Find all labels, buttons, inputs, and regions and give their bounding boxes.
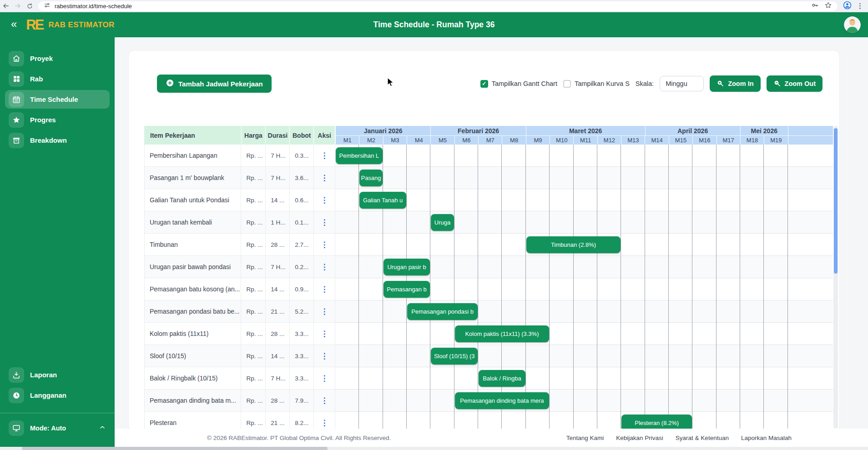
gantt-bar[interactable]: Balok / Ringba [479,370,525,387]
row-actions-button[interactable]: ⋮ [321,263,328,271]
download-icon [9,367,24,383]
gantt-row [335,412,833,431]
cell-harga: Rp. ... [241,189,266,211]
sidebar-divider [0,413,115,413]
sidebar-item-langganan[interactable]: Langganan [5,386,110,405]
week-header-m8: M8 [502,136,525,145]
cell-bobot: 0.6... [290,189,314,211]
footer-link-kebijakan-privasi[interactable]: Kebijakan Privasi [616,435,663,441]
month-header-mei-2026: Mei 2026 [740,126,788,135]
forward-icon[interactable] [12,2,24,10]
cell-durasi: 28 ... [266,323,290,345]
row-actions-button[interactable]: ⋮ [321,174,328,182]
row-actions-button[interactable]: ⋮ [321,241,328,249]
table-row: Pembersihan LapanganRp. ...7 H...0.3...⋮ [145,145,335,167]
table-row: TimbunanRp. ...28 ...2.7...⋮ [145,234,335,256]
sidebar-item-laporan[interactable]: Laporan [5,365,110,384]
back-icon[interactable] [0,2,12,10]
gantt-row [335,211,833,234]
month-header-februari-2026: Februari 2026 [430,126,525,135]
cell-bobot: 5.2... [290,300,314,322]
table-row: Pemasangan batu kosong (an...Rp. ...14 .… [145,278,335,300]
cell-bobot: 2.7... [290,234,314,255]
mode-toggle[interactable]: Mode: Auto [5,419,110,437]
zoom-in-label: Zoom In [728,80,753,87]
month-header-januari-2026: Januari 2026 [335,126,430,135]
row-actions-button[interactable]: ⋮ [321,419,328,427]
cell-harga: Rp. ... [241,390,266,411]
cell-durasi: 1 H... [266,211,290,233]
horizontal-scrollbar-thumb[interactable] [22,447,328,450]
zoom-in-icon [717,80,724,88]
zoom-out-icon [773,80,781,88]
gantt-checkbox-label: Tampilkan Gantt Chart [492,80,557,87]
column-header-harga: Harga [242,126,266,145]
cell-item: Plesteran [145,412,241,431]
browser-menu-icon[interactable]: ⋮ [857,2,863,10]
sidebar-item-proyek[interactable]: Proyek [5,49,110,68]
table-row: Galian Tanah untuk PondasiRp. ...14 ...0… [145,189,335,211]
gantt-bar[interactable]: Pembersihan L [336,147,383,164]
url-bar[interactable]: rabestimator.id/time-schedule [38,1,838,11]
chrome-profile-icon[interactable] [843,1,852,11]
site-info-icon[interactable] [44,2,50,10]
horizontal-scrollbar[interactable] [0,447,868,450]
row-actions-button[interactable]: ⋮ [321,352,328,360]
kurva-s-checkbox[interactable]: Tampilkan Kurva S [563,80,630,88]
cell-harga: Rp. ... [241,145,266,166]
gantt-bar[interactable]: Pemasangan b [384,281,430,298]
sidebar-item-rab[interactable]: Rab [5,70,110,88]
gantt-bar[interactable]: Timbunan (2.8%) [526,236,621,253]
password-key-icon[interactable] [811,1,819,11]
scale-value: Minggu [666,80,687,87]
gantt-vertical-scrollbar[interactable] [833,126,838,429]
cell-durasi: 7 H... [266,256,290,278]
gantt-chart-checkbox[interactable]: ✓ Tampilkan Gantt Chart [480,80,557,88]
row-actions-button[interactable]: ⋮ [321,219,328,226]
user-avatar[interactable] [844,16,861,33]
gantt-bar[interactable]: Urugan pasir b [384,259,430,275]
cell-aksi: ⋮ [314,145,335,166]
app-logo: RE [26,18,43,32]
footer-link-syarat-ketentuan[interactable]: Syarat & Ketentuan [676,435,729,441]
zoom-in-button[interactable]: Zoom In [710,75,760,92]
row-actions-button[interactable]: ⋮ [321,196,328,204]
row-actions-button[interactable]: ⋮ [321,397,328,405]
cell-aksi: ⋮ [314,412,335,431]
footer-link-tentang-kami[interactable]: Tentang Kami [566,435,604,441]
zoom-out-label: Zoom Out [785,80,816,87]
cell-harga: Rp. ... [241,323,266,345]
gantt-row [335,367,833,390]
footer-link-laporkan-masalah[interactable]: Laporkan Masalah [741,435,792,441]
gantt-bar[interactable]: Uruga [431,214,454,231]
row-actions-button[interactable]: ⋮ [321,285,328,293]
gantt-bar[interactable]: Galian Tanah u [359,192,406,209]
scrollbar-thumb[interactable] [834,128,838,274]
sidebar-item-time-schedule[interactable]: Time Schedule [5,90,110,109]
week-header-m6: M6 [454,136,478,145]
gantt-bar[interactable]: Pasang [359,170,382,186]
gantt-bar[interactable]: Sloof (10/15) (3 [431,348,478,365]
row-actions-button[interactable]: ⋮ [321,152,328,160]
bookmark-star-icon[interactable] [824,1,832,11]
cell-aksi: ⋮ [314,345,335,367]
zoom-out-button[interactable]: Zoom Out [767,75,823,92]
cell-harga: Rp. ... [241,300,266,322]
gantt-bar[interactable]: Pemasangan dinding bata mera [455,392,549,409]
cell-item: Pemasangan batu kosong (an... [145,278,241,300]
gantt-bar[interactable]: Pemasangan pondasi b [407,303,478,320]
sidebar-item-label: Time Schedule [30,95,78,103]
sidebar-collapse-button[interactable]: « [11,19,17,30]
calendar-icon [9,92,24,107]
row-actions-button[interactable]: ⋮ [321,330,328,338]
reload-icon[interactable] [24,3,35,10]
add-schedule-button[interactable]: Tambah Jadwal Pekerjaan [157,75,272,93]
gantt-bar[interactable]: Kolom paktis (11x11) (3.3%) [455,325,549,342]
sidebar-item-progres[interactable]: Progres [5,110,110,129]
sidebar-item-breakdown[interactable]: Breakdown [5,131,110,150]
row-actions-button[interactable]: ⋮ [321,308,328,315]
cell-durasi: 14 ... [266,189,290,211]
scale-select[interactable]: Minggu [660,76,704,91]
table-row: Pemasangan pondasi batu be...Rp. ...21 .… [145,300,335,323]
row-actions-button[interactable]: ⋮ [321,375,328,382]
